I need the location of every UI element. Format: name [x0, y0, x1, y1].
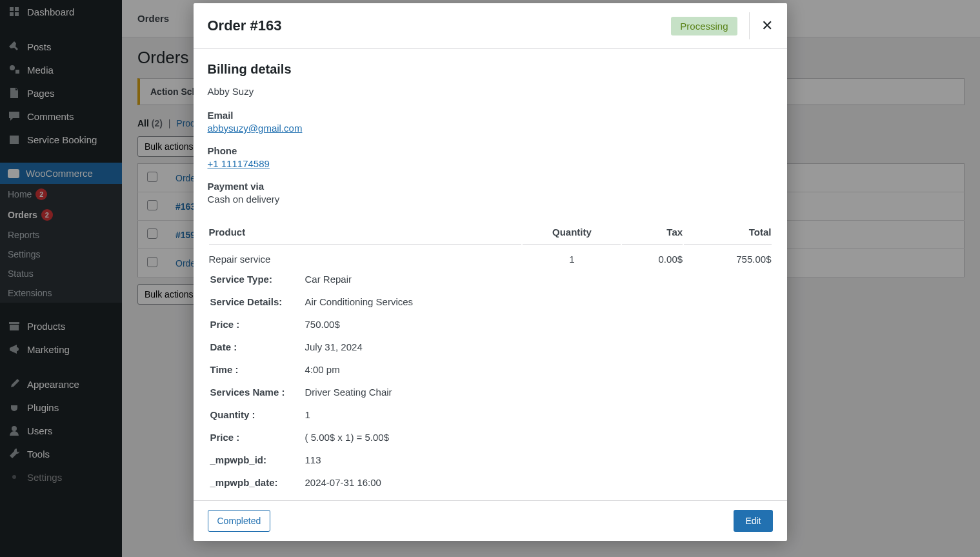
col-tax: Tax	[622, 220, 683, 245]
detail-row: Date :July 31, 2024	[209, 336, 772, 358]
modal-overlay[interactable]: Order #163 Processing ✕ Billing details …	[0, 0, 980, 557]
customer-name: Abby Suzy	[208, 86, 773, 97]
billing-heading: Billing details	[208, 62, 773, 77]
product-qty: 1	[523, 246, 621, 267]
completed-button[interactable]: Completed	[208, 510, 271, 532]
detail-row: Price :( 5.00$ x 1) = 5.00$	[209, 427, 772, 448]
line-item: Repair service 1 0.00$ 755.00$	[209, 246, 772, 267]
phone-link[interactable]: +1 111174589	[208, 158, 270, 169]
modal-header: Order #163 Processing ✕	[194, 3, 787, 49]
modal-footer: Completed Edit	[194, 500, 787, 541]
close-button[interactable]: ✕	[761, 17, 773, 34]
status-badge: Processing	[671, 17, 737, 35]
modal-title: Order #163	[208, 17, 672, 34]
modal-body: Billing details Abby Suzy Email abbysuzy…	[194, 49, 787, 500]
col-total: Total	[684, 220, 771, 245]
detail-row: Time :4:00 pm	[209, 359, 772, 380]
col-product: Product	[209, 220, 522, 245]
detail-row: Quantity :1	[209, 404, 772, 425]
product-tax: 0.00$	[622, 246, 683, 267]
detail-row: Price :750.00$	[209, 314, 772, 335]
product-name: Repair service	[209, 246, 522, 267]
email-link[interactable]: abbysuzy@gmail.com	[208, 123, 303, 134]
product-total: 755.00$	[684, 246, 771, 267]
order-modal: Order #163 Processing ✕ Billing details …	[194, 3, 787, 541]
detail-row: _mpwpb_date:2024-07-31 16:00	[209, 472, 772, 493]
label-phone: Phone	[208, 145, 773, 156]
label-payment: Payment via	[208, 181, 773, 192]
close-icon: ✕	[761, 17, 773, 34]
label-email: Email	[208, 110, 773, 121]
detail-row: Services Name :Driver Seating Chair	[209, 381, 772, 403]
line-items-table: Product Quantity Tax Total Repair servic…	[208, 219, 773, 494]
detail-row: Service Details:Air Conditioning Service…	[209, 291, 772, 312]
col-qty: Quantity	[523, 220, 621, 245]
detail-row: _mpwpb_id:113	[209, 449, 772, 471]
edit-button[interactable]: Edit	[734, 510, 772, 532]
detail-row: Service Type:Car Repair	[209, 268, 772, 290]
payment-method: Cash on delivery	[208, 194, 773, 205]
